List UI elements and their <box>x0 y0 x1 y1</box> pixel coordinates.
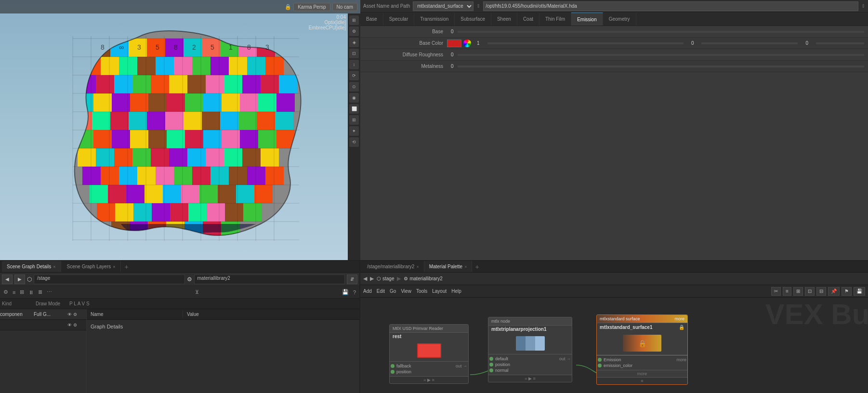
no-cam-button[interactable]: No cam <box>332 3 357 11</box>
viewport-tool-6[interactable]: ⟳ <box>349 71 359 80</box>
viewport-tool-8[interactable]: ◉ <box>349 93 359 103</box>
svg-rect-91 <box>265 167 284 185</box>
node-canvas[interactable]: VEX Bui MtlX USD Primvar Reader rest <box>360 298 868 393</box>
sg-help-btn[interactable]: ? <box>352 289 357 295</box>
viewport-tool-2[interactable]: ⚙ <box>349 26 359 36</box>
sg-filter-btn[interactable]: ⊻ <box>194 289 200 295</box>
ng-snap-btn[interactable]: ⊡ <box>805 287 815 296</box>
close-ng-tab-material[interactable]: × <box>464 264 467 269</box>
viewport-tool-11[interactable]: ✦ <box>349 126 359 136</box>
color-swatch-basecolor[interactable] <box>447 39 461 47</box>
viewport-tool-12[interactable]: ⟲ <box>349 137 359 147</box>
properties-panel: Asset Name and Path mtlxstandard_surface… <box>360 0 868 260</box>
svg-rect-18 <box>210 57 229 75</box>
sg-save-btn[interactable]: 💾 <box>341 289 350 295</box>
tab-emission[interactable]: Emission <box>571 13 603 26</box>
sg-list-btn[interactable]: ≡ <box>11 289 17 295</box>
node3-more-bottom[interactable]: more <box>637 371 647 376</box>
tab-subsurface[interactable]: Subsurface <box>455 13 491 26</box>
node-primvar-reader[interactable]: MtlX USD Primvar Reader rest fallback <box>389 324 469 384</box>
menu-go[interactable]: Go <box>390 288 396 294</box>
svg-rect-68 <box>258 130 276 148</box>
ng-save-btn[interactable]: 💾 <box>854 287 865 296</box>
node3-body: 🔒 <box>597 331 687 355</box>
menu-edit[interactable]: Edit <box>377 288 385 294</box>
ng-align-btn[interactable]: ⊟ <box>816 287 826 296</box>
viewport-tool-9[interactable]: ⬜ <box>349 104 359 114</box>
prop-row-base: Base 0 <box>360 26 868 38</box>
sg-grid-btn[interactable]: ⊞ <box>18 289 26 295</box>
node-triplanar[interactable]: mtlx node mtlxtriplanarprojection1 <box>488 317 572 382</box>
svg-rect-14 <box>137 57 156 75</box>
ng-list-btn[interactable]: ≡ <box>783 287 791 296</box>
sg-dots-btn[interactable]: ⋯ <box>45 289 53 295</box>
sg-settings-btn[interactable]: ⇵ <box>347 275 357 284</box>
tab-coat[interactable]: Coat <box>517 13 539 26</box>
menu-add[interactable]: Add <box>363 288 372 294</box>
node1-dot-fallback <box>391 364 395 368</box>
node1-port-position: position <box>391 369 467 374</box>
prop-label-basecolor: Base Color <box>360 40 447 46</box>
tab-thinfilm[interactable]: Thin Film <box>539 13 571 26</box>
node3-port-emissioncolor: emission_color <box>598 363 686 368</box>
tab-sheen[interactable]: Sheen <box>491 13 517 26</box>
svg-rect-84 <box>137 167 156 185</box>
tab-geometry[interactable]: Geometry <box>603 13 636 26</box>
tab-transmission[interactable]: Transmission <box>414 13 455 26</box>
node1-out-label: out → <box>456 364 467 368</box>
close-scene-details[interactable]: × <box>53 264 55 269</box>
svg-text:5: 5 <box>156 43 159 51</box>
ng-tab-stage[interactable]: /stage/materiallibrary2 × <box>362 261 424 272</box>
viewport-tool-3[interactable]: ◈ <box>349 38 359 47</box>
tab-scene-graph-layers[interactable]: Scene Graph Layers × <box>62 261 121 272</box>
close-ng-tab-stage[interactable]: × <box>416 264 419 269</box>
sg-next-btn[interactable]: ▶ <box>14 275 25 284</box>
tab-base[interactable]: Base <box>360 13 383 26</box>
viewport-tool-4[interactable]: ⊡ <box>349 49 359 58</box>
menu-layout[interactable]: Layout <box>432 288 447 294</box>
add-ng-tab[interactable]: + <box>472 263 482 271</box>
node3-more-right[interactable]: more <box>676 357 686 362</box>
ng-back-btn[interactable]: ◀ <box>363 275 367 282</box>
svg-rect-107 <box>188 203 207 222</box>
sg-gear-btn[interactable]: ⚙ <box>2 289 10 295</box>
breadcrumb-materiallibrary[interactable]: ⚙ materiallibrary2 <box>404 276 442 281</box>
scene-graph-panel: Scene Graph Details × Scene Graph Layers… <box>0 261 360 393</box>
viewport-tool-5[interactable]: ↕ <box>349 60 359 69</box>
sg-prev-btn[interactable]: ◀ <box>2 275 13 284</box>
tab-specular[interactable]: Specular <box>383 13 414 26</box>
asset-name-dropdown[interactable]: mtlxstandard_surface <box>413 1 473 11</box>
ng-flag-btn[interactable]: ⚑ <box>842 287 852 296</box>
asset-path-input[interactable] <box>483 1 858 11</box>
ng-cut-btn[interactable]: ✂ <box>771 287 781 296</box>
ng-pin-btn[interactable]: 📌 <box>828 287 840 296</box>
col-kind: Kind <box>2 301 36 306</box>
ng-tab-material[interactable]: Material Palette × <box>424 261 473 272</box>
sg-lines-btn[interactable]: ≣ <box>37 289 44 295</box>
ng-toolbar-right: ✂ ≡ ⊞ ⊡ ⊟ 📌 ⚑ 💾 <box>771 287 865 296</box>
asset-header: Asset Name and Path mtlxstandard_surface… <box>360 0 868 13</box>
node3-more-top[interactable]: more <box>674 316 684 321</box>
node2-out-label: out → <box>559 356 571 361</box>
property-rows: Base 0 Base Color 1 0 0 <box>360 26 868 260</box>
viewport-3d[interactable]: 🔒 Karma Persp No cam 0:04 Optix[idle] Em… <box>0 0 360 260</box>
node-standard-surface[interactable]: mtlxstandard surface more mtlxstandard_s… <box>596 314 688 385</box>
3d-mesh-display: 8 ∞ 3 5 8 2 5 1 8 3 <box>10 14 348 260</box>
ng-forward-btn[interactable]: ▶ <box>370 275 374 282</box>
viewport-tool-7[interactable]: ⊙ <box>349 82 359 92</box>
viewport-tool-10[interactable]: ⊞ <box>349 115 359 125</box>
karma-persp-button[interactable]: Karma Persp <box>293 3 330 11</box>
tab-scene-graph-details[interactable]: Scene Graph Details × <box>2 261 61 272</box>
node2-port-default: default out → <box>489 356 571 361</box>
color-wheel-icon[interactable] <box>463 39 471 47</box>
menu-view[interactable]: View <box>401 288 411 294</box>
add-panel-tab[interactable]: + <box>122 263 132 271</box>
col-value: Value <box>183 311 359 318</box>
viewport-tool-1[interactable]: ⊞ <box>349 15 359 25</box>
sg-pause-btn[interactable]: ⏸ <box>27 289 35 295</box>
menu-tools[interactable]: Tools <box>416 288 427 294</box>
close-scene-layers[interactable]: × <box>113 264 115 269</box>
breadcrumb-stage[interactable]: ⬡ stage <box>377 276 394 281</box>
ng-grid-btn[interactable]: ⊞ <box>793 287 803 296</box>
menu-help[interactable]: Help <box>451 288 461 294</box>
